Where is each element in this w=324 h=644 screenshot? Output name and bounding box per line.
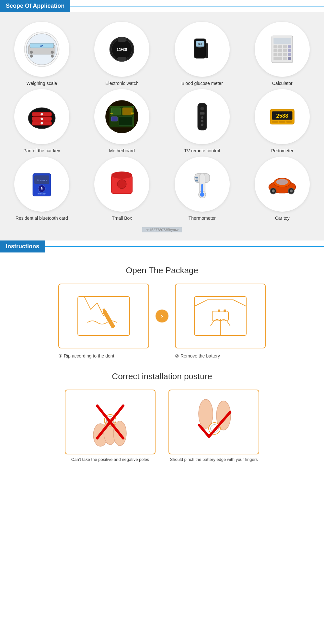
wrong-posture-desc: Can't take the positive and negative pol… <box>71 457 149 462</box>
scale-icon: 80 <box>22 30 61 69</box>
svg-point-75 <box>117 180 126 189</box>
remote-icon <box>183 97 222 136</box>
svg-rect-32 <box>278 53 282 56</box>
svg-rect-25 <box>283 45 287 48</box>
item-circle-scale: 80 <box>14 22 69 77</box>
svg-point-59 <box>201 120 203 122</box>
svg-rect-19 <box>206 43 208 58</box>
item-label-carkey: Part of the car key <box>23 148 60 153</box>
svg-rect-102 <box>218 310 220 312</box>
step1-desc: Rip according to the dent <box>64 353 114 358</box>
svg-point-5 <box>30 51 33 54</box>
carkey-icon <box>22 97 61 136</box>
svg-text:80: 80 <box>40 45 43 48</box>
glucose-icon: 5.8 mmol/L <box>183 30 222 69</box>
svg-text:Induction: Induction <box>38 193 46 195</box>
item-tmall: Tmall Box <box>84 157 161 221</box>
step2-box <box>175 284 266 348</box>
item-label-glucose: Blood glucose meter <box>181 81 223 86</box>
step1-box <box>58 284 149 348</box>
step-arrow: › <box>156 310 168 322</box>
instructions-line <box>45 246 324 247</box>
svg-rect-27 <box>273 49 277 52</box>
item-label-thermometer: Thermometer <box>189 216 216 221</box>
svg-rect-30 <box>288 49 291 52</box>
item-bluetooth: Bluetooth ⚕ Induction Residential blueto… <box>3 157 80 221</box>
svg-point-89 <box>290 190 293 193</box>
instructions-header: Instructions <box>0 240 324 252</box>
item-glucose: 5.8 mmol/L Blood glucose meter <box>164 22 241 86</box>
watermark: cn1527780735hymw <box>142 227 182 232</box>
calculator-icon <box>263 30 302 69</box>
instructions-section: Instructions Open The Package <box>0 240 324 475</box>
svg-rect-23 <box>273 45 277 48</box>
item-label-pedometer: Pedometer <box>271 148 293 153</box>
svg-rect-33 <box>283 53 287 56</box>
item-label-cartoy: Car toy <box>275 216 290 221</box>
item-label-calculator: Calculator <box>272 81 293 86</box>
open-package-title: Open The Package <box>10 265 314 275</box>
scope-label: Scope Of Application <box>0 0 70 12</box>
item-carkey: Part of the car key <box>3 89 80 153</box>
svg-line-98 <box>194 300 207 306</box>
step2-num: ② <box>175 353 180 358</box>
step2-desc: Remove the battery <box>180 353 220 358</box>
item-label-motherboard: Motherboard <box>109 148 135 153</box>
svg-point-87 <box>272 190 275 193</box>
svg-point-56 <box>200 107 204 111</box>
right-posture-desc: Should pinch the battery edge with your … <box>170 457 258 462</box>
item-circle-pedometer: 2588 <box>255 89 310 144</box>
item-circle-carkey <box>14 89 69 144</box>
svg-rect-20 <box>207 46 207 49</box>
svg-text:⚕: ⚕ <box>40 186 43 191</box>
pedometer-icon: 2588 <box>263 97 302 136</box>
item-circle-remote <box>175 89 230 144</box>
svg-rect-34 <box>288 53 291 56</box>
svg-text:2588: 2588 <box>276 113 288 119</box>
svg-point-58 <box>201 116 203 119</box>
svg-line-92 <box>84 297 91 310</box>
item-thermometer: Thermometer <box>164 157 241 221</box>
step1-illustration <box>68 290 139 342</box>
right-posture-item: Should pinch the battery edge with your … <box>168 390 259 462</box>
item-watch: 11:30 Electronic watch <box>84 22 161 86</box>
svg-point-7 <box>30 55 33 58</box>
item-scale: 80 Weighing scale <box>3 22 80 86</box>
watch-icon: 11:30 <box>102 30 141 69</box>
wrong-posture-box <box>65 390 156 454</box>
svg-rect-11 <box>118 37 126 42</box>
thermometer-icon <box>183 165 222 204</box>
right-posture-box <box>168 390 259 454</box>
svg-rect-47 <box>111 108 121 115</box>
step2-illustration <box>185 290 256 342</box>
cartoy-icon <box>263 165 302 204</box>
scope-line <box>70 6 324 6</box>
svg-rect-64 <box>272 121 278 123</box>
svg-rect-29 <box>283 49 287 52</box>
item-label-scale: Weighing scale <box>26 81 57 86</box>
instructions-label: Instructions <box>0 240 45 252</box>
svg-rect-26 <box>288 45 291 48</box>
wrong-posture-illustration <box>75 396 146 448</box>
step1-num: ① <box>58 353 64 358</box>
svg-rect-66 <box>286 121 292 123</box>
svg-point-14 <box>121 48 123 50</box>
svg-line-99 <box>233 300 246 306</box>
open-steps-desc: ① Rip according to the dent ② Remove the… <box>10 353 314 358</box>
tmall-icon <box>102 165 141 204</box>
svg-rect-50 <box>119 117 133 126</box>
svg-point-43 <box>40 118 43 120</box>
svg-rect-24 <box>278 45 282 48</box>
right-posture-illustration <box>178 396 249 448</box>
svg-rect-103 <box>224 310 226 312</box>
posture-row: Can't take the positive and negative pol… <box>10 390 314 462</box>
item-circle-calculator <box>255 22 310 77</box>
svg-text:mmol/L: mmol/L <box>198 47 203 49</box>
items-grid: 80 Weighing scale <box>3 18 321 224</box>
item-circle-cartoy <box>255 157 310 212</box>
svg-text:Bluetooth: Bluetooth <box>37 179 47 182</box>
motherboard-icon <box>102 97 141 136</box>
svg-rect-48 <box>123 108 133 115</box>
svg-point-44 <box>40 122 43 124</box>
item-cartoy: Car toy <box>244 157 321 221</box>
